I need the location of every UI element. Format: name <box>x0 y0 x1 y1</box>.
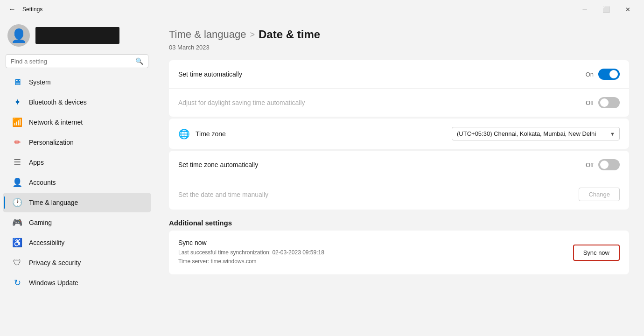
back-button[interactable]: ← <box>6 4 19 14</box>
daylight-saving-label: Adjust for daylight saving time automati… <box>178 99 305 106</box>
set-time-auto-toggle-label: On <box>586 71 594 78</box>
daylight-thumb <box>600 98 609 107</box>
timezone-auto-toggle-label: Off <box>586 161 594 168</box>
sync-time-server: Time server: time.windows.com <box>178 257 324 266</box>
sidebar-item-label-network: Network & internet <box>29 119 83 126</box>
sync-last-sync: Last successful time synchronization: 02… <box>178 248 324 257</box>
set-time-auto-thumb <box>609 70 618 78</box>
timezone-auto-card: Set time zone automatically Off Set the … <box>169 151 629 210</box>
sidebar-item-gaming[interactable]: 🎮 Gaming <box>3 213 151 232</box>
app-title: Settings <box>22 6 42 13</box>
maximize-button[interactable]: ⬜ <box>595 3 617 16</box>
avatar: 👤 <box>7 24 30 47</box>
network-icon: 📶 <box>12 117 22 127</box>
timezone-row: 🌐 Time zone (UTC+05:30) Chennai, Kolkata… <box>169 119 629 149</box>
window-controls: ─ ⬜ ✕ <box>574 3 638 16</box>
accounts-icon: 👤 <box>12 177 22 188</box>
sync-title: Sync now <box>178 239 324 246</box>
timezone-auto-thumb <box>600 161 609 169</box>
minimize-button[interactable]: ─ <box>574 3 595 16</box>
title-bar-left: ← Settings <box>6 4 42 14</box>
sidebar-item-update[interactable]: ↻ Windows Update <box>3 273 151 293</box>
sidebar-item-label-gaming: Gaming <box>29 219 52 226</box>
sidebar-item-label-time: Time & language <box>29 199 78 206</box>
gaming-icon: 🎮 <box>12 217 22 228</box>
timezone-select[interactable]: (UTC+05:30) Chennai, Kolkata, Mumbai, Ne… <box>452 127 620 140</box>
sync-now-button[interactable]: Sync now <box>573 245 620 261</box>
sidebar: 👤 🔍 🖥 System ✦ Bluetooth & devices 📶 Net… <box>0 17 154 336</box>
sidebar-item-time[interactable]: 🕐 Time & language <box>3 193 151 212</box>
manual-date-row: Set the date and time manually Change <box>169 179 629 210</box>
timezone-card: 🌐 Time zone (UTC+05:30) Chennai, Kolkata… <box>169 119 629 149</box>
sidebar-item-system[interactable]: 🖥 System <box>3 72 151 92</box>
sidebar-item-label-bluetooth: Bluetooth & devices <box>29 98 87 106</box>
additional-settings-title: Additional settings <box>169 219 629 227</box>
sidebar-item-privacy[interactable]: 🛡 Privacy & security <box>3 253 151 273</box>
sidebar-item-label-update: Windows Update <box>29 279 78 287</box>
privacy-icon: 🛡 <box>12 258 22 268</box>
set-time-auto-right: On <box>586 69 620 80</box>
sidebar-item-accounts[interactable]: 👤 Accounts <box>3 173 151 192</box>
timezone-select-wrapper: (UTC+05:30) Chennai, Kolkata, Mumbai, Ne… <box>452 127 620 140</box>
time-auto-card: Set time automatically On Adjust for day… <box>169 60 629 117</box>
sidebar-item-label-system: System <box>29 78 51 86</box>
sidebar-item-network[interactable]: 📶 Network & internet <box>3 112 151 132</box>
sidebar-item-apps[interactable]: ☰ Apps <box>3 153 151 172</box>
update-icon: ↻ <box>12 278 22 288</box>
breadcrumb-parent: Time & language <box>169 28 246 41</box>
main-content: Time & language > Date & time 03 March 2… <box>154 17 644 336</box>
timezone-auto-toggle[interactable] <box>598 159 620 170</box>
sync-card: Sync now Last successful time synchroniz… <box>169 231 629 274</box>
search-box[interactable]: 🔍 <box>6 54 148 68</box>
daylight-toggle-label: Off <box>586 99 594 106</box>
breadcrumb-separator: > <box>250 30 255 40</box>
sidebar-item-label-accessibility: Accessibility <box>29 239 64 246</box>
timezone-auto-right: Off <box>586 159 620 170</box>
user-name-block <box>35 27 119 44</box>
user-profile: 👤 <box>0 17 154 52</box>
nav-list: 🖥 System ✦ Bluetooth & devices 📶 Network… <box>0 72 154 293</box>
sidebar-item-label-personalization: Personalization <box>29 139 74 146</box>
system-icon: 🖥 <box>12 77 22 87</box>
search-input[interactable] <box>11 58 132 65</box>
timezone-auto-label: Set time zone automatically <box>178 161 258 168</box>
personalization-icon: ✏ <box>12 137 22 147</box>
daylight-saving-row: Adjust for daylight saving time automati… <box>169 89 629 117</box>
set-time-auto-label: Set time automatically <box>178 70 242 78</box>
timezone-icon: 🌐 <box>178 128 190 140</box>
bluetooth-icon: ✦ <box>12 97 22 107</box>
set-time-auto-toggle[interactable] <box>598 69 620 80</box>
timezone-auto-row: Set time zone automatically Off <box>169 151 629 179</box>
daylight-saving-toggle[interactable] <box>598 97 620 108</box>
change-button[interactable]: Change <box>579 188 620 201</box>
daylight-saving-right: Off <box>586 97 620 108</box>
apps-icon: ☰ <box>12 157 22 168</box>
app-body: 👤 🔍 🖥 System ✦ Bluetooth & devices 📶 Net… <box>0 17 644 336</box>
set-time-auto-row: Set time automatically On <box>169 60 629 89</box>
close-button[interactable]: ✕ <box>617 3 638 16</box>
sidebar-item-personalization[interactable]: ✏ Personalization <box>3 133 151 152</box>
sidebar-item-label-privacy: Privacy & security <box>29 259 81 266</box>
user-icon: 👤 <box>11 28 27 43</box>
sync-info: Sync now Last successful time synchroniz… <box>178 239 324 266</box>
accessibility-icon: ♿ <box>12 238 22 248</box>
page-date: 03 March 2023 <box>169 44 629 51</box>
manual-date-label: Set the date and time manually <box>178 191 268 198</box>
sidebar-item-label-accounts: Accounts <box>29 179 56 186</box>
timezone-label: 🌐 Time zone <box>178 128 226 140</box>
breadcrumb: Time & language > Date & time <box>169 28 629 41</box>
title-bar: ← Settings ─ ⬜ ✕ <box>0 0 644 17</box>
breadcrumb-current: Date & time <box>259 28 320 41</box>
time-icon: 🕐 <box>12 197 22 208</box>
sidebar-item-accessibility[interactable]: ♿ Accessibility <box>3 233 151 252</box>
search-icon: 🔍 <box>135 57 143 65</box>
sidebar-item-label-apps: Apps <box>29 159 44 166</box>
sidebar-item-bluetooth[interactable]: ✦ Bluetooth & devices <box>3 92 151 112</box>
